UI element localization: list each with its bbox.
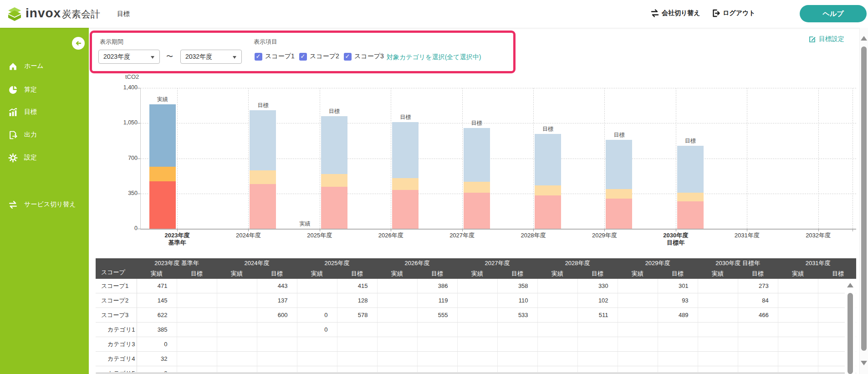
table-cell bbox=[177, 308, 217, 323]
y-tick-label: 1,400 bbox=[112, 84, 138, 91]
gridline-vertical bbox=[462, 88, 463, 229]
x-tick-mark bbox=[391, 229, 391, 231]
x-axis-line bbox=[140, 229, 856, 230]
y-tick-label: 1,050 bbox=[112, 119, 138, 126]
table-cell: 273 bbox=[738, 279, 778, 293]
table-row: スコープ36226000578555533511489466 bbox=[96, 308, 856, 323]
sidebar-item-label: サービス切り替え bbox=[24, 200, 76, 209]
page-scrollbar-thumb[interactable] bbox=[861, 46, 867, 351]
table-cell bbox=[417, 337, 457, 352]
table-cell bbox=[337, 323, 377, 337]
sidebar-item-goal[interactable]: 目標 bbox=[0, 102, 89, 122]
table-cell bbox=[217, 352, 257, 366]
gridline-vertical bbox=[604, 88, 605, 229]
table-row: スコープ1471443415386358330301273 bbox=[96, 279, 856, 293]
x-tick-label: 2029年度 bbox=[572, 232, 636, 239]
collapse-sidebar-button[interactable] bbox=[72, 37, 85, 50]
table-subheader: 実績 bbox=[217, 268, 257, 279]
table-cell bbox=[537, 308, 577, 323]
company-switch-button[interactable]: 会社切り替え bbox=[650, 9, 700, 18]
nav-goal[interactable]: 目標 bbox=[117, 10, 130, 18]
table-row: スコープ21451371281191101029384 bbox=[96, 293, 856, 308]
table-cell bbox=[377, 323, 417, 337]
bar-annotation: 目標 bbox=[245, 102, 281, 109]
table-cell bbox=[497, 352, 537, 366]
chart-bar-segment bbox=[677, 193, 704, 201]
sidebar-item-label: 出力 bbox=[24, 131, 37, 139]
table-cell bbox=[177, 279, 217, 293]
chart-bar-segment bbox=[250, 184, 276, 229]
table-cell: 600 bbox=[257, 308, 297, 323]
x-tick-mark bbox=[818, 229, 819, 231]
company-switch-icon bbox=[650, 9, 659, 18]
table-cell bbox=[778, 352, 818, 366]
table-row: カテゴリ13850 bbox=[96, 323, 856, 337]
sidebar-item-calculation[interactable]: 算定 bbox=[0, 80, 89, 100]
table-cell bbox=[497, 337, 537, 352]
table-cell bbox=[297, 279, 337, 293]
table-cell bbox=[577, 323, 618, 337]
scroll-down-arrow[interactable] bbox=[861, 361, 867, 365]
table-subheader: 目標 bbox=[337, 268, 377, 279]
table-cell: 511 bbox=[577, 308, 618, 323]
emissions-chart: 03507001,0501,400tCO22023年度基準年実績2024年度目標… bbox=[89, 28, 868, 256]
export-icon bbox=[8, 130, 18, 140]
scroll-up-arrow[interactable] bbox=[847, 283, 853, 287]
table-cell: 489 bbox=[658, 308, 698, 323]
chart-bar-segment bbox=[392, 178, 419, 190]
logout-button[interactable]: ログアウト bbox=[711, 9, 756, 18]
table-scrollbar-thumb[interactable] bbox=[848, 293, 853, 374]
table-subheader: 実績 bbox=[457, 268, 497, 279]
table-cell: 466 bbox=[738, 308, 778, 323]
table-cell bbox=[698, 293, 738, 308]
table-year-header: 2028年度 bbox=[537, 258, 618, 268]
table-cell bbox=[618, 337, 658, 352]
pie-chart-icon bbox=[8, 85, 18, 95]
chart-bar-segment bbox=[321, 187, 347, 229]
y-tick-label: 350 bbox=[112, 190, 138, 196]
sidebar: ホーム 算定 目標 出力 bbox=[0, 28, 89, 374]
table-horizontal-scrollbar[interactable] bbox=[96, 372, 856, 374]
table-subheader: 目標 bbox=[257, 268, 297, 279]
x-tick-mark bbox=[853, 229, 853, 231]
table-cell bbox=[177, 323, 217, 337]
table-cell: 533 bbox=[497, 308, 537, 323]
table-cell bbox=[177, 352, 217, 366]
table-cell bbox=[778, 308, 818, 323]
x-tick-label: 2031年度 bbox=[715, 232, 779, 239]
table-cell: 386 bbox=[417, 279, 457, 293]
table-cell: 137 bbox=[257, 293, 297, 308]
table-cell: 110 bbox=[497, 293, 537, 308]
sidebar-item-settings[interactable]: 設定 bbox=[0, 148, 89, 168]
chart-bar-segment bbox=[321, 174, 347, 187]
x-tick-mark bbox=[320, 229, 320, 231]
table-cell: 145 bbox=[137, 293, 177, 308]
sidebar-item-home[interactable]: ホーム bbox=[0, 56, 89, 76]
sidebar-item-output[interactable]: 出力 bbox=[0, 125, 89, 145]
company-switch-label: 会社切り替え bbox=[662, 9, 700, 17]
sidebar-item-service-switch[interactable]: サービス切り替え bbox=[0, 195, 89, 215]
table-cell bbox=[577, 337, 618, 352]
y-axis-line bbox=[140, 88, 141, 229]
chart-bar-segment bbox=[606, 199, 632, 229]
table-cell: 555 bbox=[417, 308, 457, 323]
gridline-horizontal bbox=[140, 88, 856, 88]
scroll-up-arrow[interactable] bbox=[861, 36, 867, 41]
table-cell bbox=[377, 308, 417, 323]
chart-bar-segment bbox=[606, 140, 632, 189]
bar-annotation: 目標 bbox=[530, 125, 566, 133]
chart-bar-segment bbox=[149, 181, 176, 229]
table-cell: 330 bbox=[577, 279, 618, 293]
table-cell: 0 bbox=[297, 323, 337, 337]
table-cell bbox=[778, 337, 818, 352]
table-year-header: 2023年度 基準年 bbox=[137, 258, 217, 268]
chart-bar-segment bbox=[149, 104, 176, 167]
table-year-header: 2025年度 bbox=[297, 258, 377, 268]
x-tick-mark bbox=[462, 229, 463, 231]
table-cell bbox=[457, 279, 497, 293]
help-button[interactable]: ヘルプ bbox=[800, 5, 867, 22]
y-tick-label: 0 bbox=[112, 225, 138, 231]
sidebar-item-label: ホーム bbox=[24, 62, 44, 70]
table-year-header: 2029年度 bbox=[618, 258, 698, 268]
chart-bar-segment bbox=[677, 146, 704, 193]
